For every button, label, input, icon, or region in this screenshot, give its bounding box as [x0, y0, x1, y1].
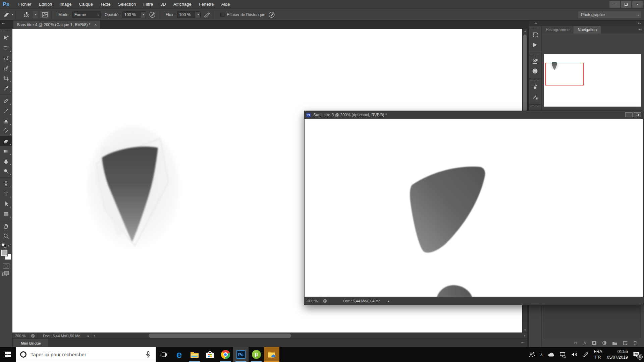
zoom-level-field[interactable]: 200 % [12, 334, 28, 338]
zoom-tool[interactable] [0, 231, 12, 241]
scroll-left-icon[interactable]: ◂ [92, 333, 96, 339]
tool-presets-panel-button[interactable] [529, 92, 541, 102]
menu-filtre[interactable]: Filtre [140, 0, 157, 9]
onedrive-icon[interactable] [547, 352, 555, 357]
action-center-button[interactable]: 6 [633, 351, 640, 358]
start-button[interactable] [0, 347, 16, 362]
new-layer-button[interactable] [623, 341, 628, 345]
menu-calque[interactable]: Calque [75, 0, 96, 9]
mini-bridge-menu-icon[interactable]: ▾≡ [521, 341, 525, 344]
float-maximize-button[interactable] [634, 112, 641, 117]
brush-preset-picker[interactable]: 100 ▾ [21, 11, 38, 18]
taskbar-file-explorer[interactable] [187, 347, 202, 362]
layer-effects-button[interactable]: fx [584, 341, 586, 345]
restore-button[interactable] [621, 1, 631, 8]
scroll-down-icon[interactable]: ▼ [523, 328, 528, 333]
toolbar-collapse-icon[interactable]: ▸▸ [2, 22, 5, 25]
clone-stamp-tool[interactable] [0, 116, 12, 126]
vertical-scroll-thumb[interactable] [523, 35, 527, 118]
panel-menu-icon[interactable]: ▾≡ [638, 28, 642, 31]
flow-dropdown-button[interactable]: ▾ [195, 11, 201, 18]
clock[interactable]: 01:55 05/07/2019 [607, 349, 628, 360]
volume-icon[interactable] [571, 352, 578, 357]
document-canvas-sans-titre-3[interactable] [305, 119, 643, 297]
hand-tool[interactable] [0, 221, 12, 231]
tab-navigation[interactable]: Navigation [574, 26, 601, 34]
swap-colors-icon[interactable]: ⇄ [8, 243, 11, 247]
mode-select[interactable]: Forme ▴▾ [72, 11, 101, 18]
add-mask-button[interactable] [592, 341, 597, 345]
history-panel-button[interactable] [529, 30, 541, 40]
flow-field[interactable]: 100 % [177, 11, 195, 18]
opacity-dropdown-button[interactable]: ▾ [141, 11, 146, 18]
airbrush-button[interactable] [203, 11, 211, 18]
actions-panel-button[interactable] [529, 40, 541, 50]
float-minimize-button[interactable]: — [625, 112, 633, 117]
panel-grip[interactable] [531, 106, 539, 107]
minimize-button[interactable]: — [609, 1, 620, 8]
current-tool-preset[interactable]: ▾ [3, 11, 13, 18]
delete-layer-button[interactable] [633, 341, 637, 345]
workspace-switcher[interactable]: Photographie ▴▾ [578, 11, 641, 18]
taskbar-folder-onedrive[interactable] [264, 347, 279, 362]
menu-texte[interactable]: Texte [97, 0, 114, 9]
zoom-level-field[interactable]: 200 % [305, 299, 320, 303]
type-tool[interactable]: T [0, 189, 12, 199]
status-menu-arrow-icon[interactable]: ▸ [86, 334, 91, 338]
new-group-button[interactable] [612, 341, 618, 345]
color-swatches[interactable] [1, 250, 11, 260]
rectangle-shape-tool[interactable] [0, 209, 12, 219]
panel-grip[interactable] [2, 31, 10, 32]
pen-tool[interactable] [0, 179, 12, 189]
floating-window-titlebar[interactable]: Ps Sans titre-3 @ 200% (dpschool, RVB/8)… [304, 111, 643, 119]
taskbar-photoshop[interactable]: Ps [233, 347, 249, 362]
tab-histogramme[interactable]: Histogramme [542, 26, 574, 34]
blur-tool[interactable] [0, 156, 12, 166]
tablet-pressure-size-button[interactable] [267, 11, 276, 18]
panel-grip[interactable] [531, 54, 539, 55]
menu-image[interactable]: Image [56, 0, 75, 9]
screen-mode-button[interactable] [2, 271, 10, 277]
people-icon[interactable] [529, 352, 535, 357]
hidden-icons-chevron[interactable]: ∧ [540, 352, 543, 357]
menu-3d[interactable]: 3D [157, 0, 170, 9]
network-icon[interactable] [559, 352, 566, 358]
document-tab[interactable]: Sans titre-4 @ 200% (Calque 1, RVB/8) * … [13, 20, 100, 29]
navigation-preview[interactable] [544, 54, 641, 107]
task-view-button[interactable] [156, 347, 171, 362]
menu-edition[interactable]: Edition [35, 0, 56, 9]
search-box[interactable]: Taper ici pour rechercher [16, 347, 156, 362]
menu-selection[interactable]: Sélection [114, 0, 140, 9]
panel-grip[interactable] [531, 80, 539, 81]
spot-healing-brush-tool[interactable] [0, 96, 12, 106]
close-button[interactable]: × [632, 1, 643, 8]
quick-selection-tool[interactable] [0, 63, 12, 73]
tablet-pressure-opacity-button[interactable] [148, 11, 157, 18]
menu-aide[interactable]: Aide [218, 0, 234, 9]
horizontal-scrollbar[interactable]: ◂ ▸ [92, 333, 527, 339]
lasso-tool[interactable] [0, 53, 12, 63]
crop-tool[interactable] [0, 73, 12, 83]
navigation-view-box[interactable] [545, 63, 584, 85]
panel-grip[interactable] [531, 27, 539, 28]
history-brush-tool[interactable] [0, 126, 12, 136]
foreground-color-swatch[interactable] [1, 250, 7, 256]
scroll-up-icon[interactable]: ▲ [523, 29, 528, 34]
horizontal-scroll-thumb[interactable] [149, 334, 291, 338]
link-layers-button[interactable] [573, 341, 578, 345]
status-menu-arrow-icon[interactable]: ▸ [386, 299, 391, 303]
menu-fichier[interactable]: Fichier [15, 0, 35, 9]
rectangular-marquee-tool[interactable] [0, 43, 12, 53]
language-indicator[interactable]: FRA FR [594, 349, 602, 360]
mini-bridge-tab[interactable]: Mini Bridge [13, 339, 48, 347]
erase-history-checkbox[interactable] [220, 13, 224, 17]
brush-tool[interactable] [0, 106, 12, 116]
scroll-right-icon[interactable]: ▸ [523, 333, 527, 339]
quick-mask-button[interactable] [3, 263, 9, 268]
adjustment-layer-button[interactable] [602, 341, 607, 345]
menu-affichage[interactable]: Affichage [170, 0, 195, 9]
collapse-panels-icon[interactable]: ▸▸ [638, 22, 641, 24]
eraser-tool[interactable] [0, 136, 12, 146]
menu-fenetre[interactable]: Fenêtre [195, 0, 218, 9]
taskbar-chrome[interactable] [218, 347, 233, 362]
